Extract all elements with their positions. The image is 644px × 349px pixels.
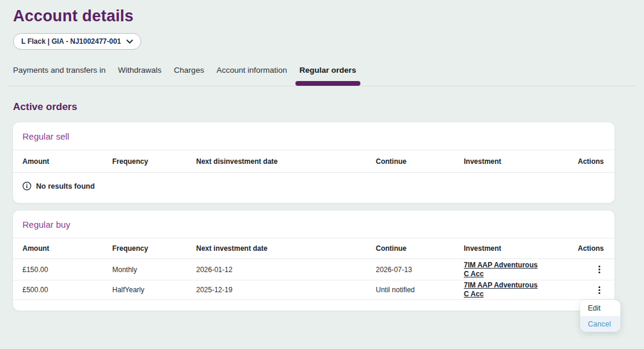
menu-item-cancel[interactable]: Cancel [580,316,620,332]
column-header-amount: Amount [22,244,112,253]
page-title: Account details [13,0,614,25]
no-results-row: No results found [13,173,614,203]
regular-buy-title: Regular buy [22,219,605,230]
column-header-continue: Continue [376,244,464,253]
page-content: Account details L Flack | GIA - NJ100247… [13,0,614,311]
column-header-next-disinvestment-date: Next disinvestment date [196,157,376,166]
column-header-actions: Actions [570,244,604,253]
tab-withdrawals[interactable]: Withdrawals [118,64,162,76]
row-actions-menu: Edit Cancel [580,300,620,332]
frequency-cell: Monthly [112,266,196,274]
regular-buy-table-header: Amount Frequency Next investment date Co… [13,238,614,259]
next-investment-date-cell: 2026-01-12 [196,266,376,274]
column-header-next-investment-date: Next investment date [196,244,376,253]
menu-item-edit[interactable]: Edit [580,300,620,316]
no-results-text: No results found [36,182,95,190]
next-investment-date-cell: 2025-12-19 [196,286,376,294]
tab-payments-and-transfers-in[interactable]: Payments and transfers in [13,64,106,76]
account-selector-value: L Flack | GIA - NJ1002477-001 [21,37,121,46]
table-row: £150.00 Monthly 2026-01-12 2026-07-13 7I… [13,259,614,280]
account-selector[interactable]: L Flack | GIA - NJ1002477-001 [13,33,141,50]
row-actions-kebab-icon[interactable] [594,283,604,296]
investment-cell: 7IM AAP Adventurous C Acc [464,281,570,299]
amount-cell: £500.00 [22,286,112,294]
investment-link[interactable]: 7IM AAP Adventurous C Acc [464,281,544,299]
table-row: £500.00 HalfYearly 2025-12-19 Until noti… [13,280,614,300]
column-header-continue: Continue [376,157,464,166]
tabs-divider [8,86,636,86]
investment-link[interactable]: 7IM AAP Adventurous C Acc [464,261,544,279]
row-actions-kebab-icon[interactable] [594,263,604,276]
tab-regular-orders[interactable]: Regular orders [300,64,356,76]
tab-charges[interactable]: Charges [174,64,204,76]
regular-buy-card: Regular buy Amount Frequency Next invest… [13,211,614,311]
tab-account-information[interactable]: Account information [216,64,287,76]
section-title: Active orders [13,101,614,113]
column-header-investment: Investment [464,157,570,166]
column-header-frequency: Frequency [112,157,196,166]
active-tab-indicator [295,81,360,86]
regular-sell-title: Regular sell [22,131,605,141]
investment-cell: 7IM AAP Adventurous C Acc [464,261,570,279]
continue-cell: Until notified [376,286,464,294]
amount-cell: £150.00 [22,266,112,274]
info-icon [22,182,31,190]
continue-cell: 2026-07-13 [376,266,464,274]
column-header-actions: Actions [570,157,604,166]
column-header-frequency: Frequency [112,244,196,253]
column-header-amount: Amount [22,157,112,166]
frequency-cell: HalfYearly [112,286,196,294]
regular-sell-card: Regular sell Amount Frequency Next disin… [13,122,614,203]
chevron-down-icon [126,40,133,44]
account-tabs: Payments and transfers in Withdrawals Ch… [13,64,614,76]
column-header-investment: Investment [464,244,570,253]
regular-sell-table-header: Amount Frequency Next disinvestment date… [13,150,614,173]
